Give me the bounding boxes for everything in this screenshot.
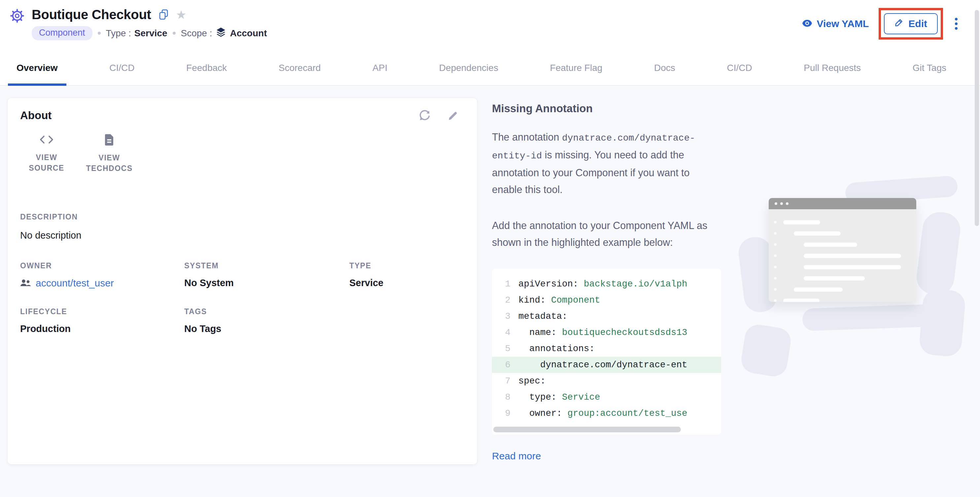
tab-feedback[interactable]: Feedback [178,63,235,85]
about-title: About [20,109,51,122]
annotation-paragraph: The annotation dynatrace.com/dynatrace-e… [492,129,721,198]
missing-annotation-title: Missing Annotation [492,102,721,115]
code-line: 1apiVersion: backstage.io/v1alph [492,276,721,292]
edit-about-pencil-icon[interactable] [447,110,459,121]
tab-pull-requests[interactable]: Pull Requests [795,63,869,85]
docs-file-icon [104,133,114,147]
tab-docs[interactable]: Docs [646,63,684,85]
code-line: 9 owner: group:account/test_use [492,405,721,421]
edit-button-highlight: Edit [879,8,943,40]
tab-cicd[interactable]: CI/CD [101,63,143,85]
code-line: 3metadata: [492,308,721,324]
code-horizontal-scrollbar[interactable] [493,427,681,432]
tab-overview[interactable]: Overview [8,63,66,85]
code-line: 4 name: boutiquecheckoutsdsds13 [492,324,721,341]
account-layers-icon [216,27,226,40]
tab-api[interactable]: API [364,63,396,85]
tab-scorecard[interactable]: Scorecard [270,63,329,85]
tags-field: TAGS No Tags [184,307,349,334]
type-meta: Type : Service [106,28,167,39]
edit-button-label: Edit [908,18,927,29]
view-techdocs-label: VIEW TECHDOCS [83,152,136,173]
copy-icon[interactable] [159,9,169,20]
title-and-subtitle: Boutique Checkout ★ Component Type : Ser… [32,7,267,40]
kind-badge: Component [32,26,92,40]
component-gear-icon [10,9,24,24]
edit-button[interactable]: Edit [884,13,938,34]
type-field: TYPE Service [349,261,459,289]
code-line: 7spec: [492,373,721,389]
yaml-code-block: 1apiVersion: backstage.io/v1alph 2kind: … [492,268,721,435]
illustration-window [769,198,916,302]
entity-title-block: Boutique Checkout ★ Component Type : Ser… [10,7,267,40]
tab-dependencies[interactable]: Dependencies [431,63,507,85]
lifecycle-field: LIFECYCLE Production [20,307,184,334]
view-source-label: VIEW SOURCE [20,152,73,173]
group-people-icon [20,278,31,289]
star-icon[interactable]: ★ [176,9,186,21]
missing-annotation-panel: Missing Annotation The annotation dynatr… [492,102,721,462]
system-field: SYSTEM No System [184,261,349,289]
code-brackets-icon [39,133,54,147]
code-line-highlighted: 6 dynatrace.com/dynatrace-ent [492,357,721,373]
refresh-icon[interactable] [418,109,431,122]
view-source-button[interactable]: VIEW SOURCE [20,133,73,173]
header-actions: View YAML Edit [802,8,959,40]
tab-cicd-2[interactable]: CI/CD [718,63,760,85]
view-yaml-link[interactable]: View YAML [802,18,869,29]
description-label: DESCRIPTION [20,213,459,221]
about-card: About [7,98,477,465]
page-header: Boutique Checkout ★ Component Type : Ser… [0,0,980,45]
separator-dot [173,32,176,35]
eye-icon [802,18,812,29]
overview-content: About [0,86,980,486]
kebab-menu-icon[interactable] [953,16,959,32]
illustration-titlebar [769,198,916,209]
entity-tabbar: Overview CI/CD Feedback Scorecard API De… [0,45,980,86]
page-scrollbar-thumb[interactable] [975,10,979,226]
owner-link[interactable]: account/test_user [20,278,184,289]
view-techdocs-button[interactable]: VIEW TECHDOCS [83,133,136,173]
read-more-link[interactable]: Read more [492,451,541,462]
code-line: 8 type: Service [492,389,721,405]
separator-dot [98,32,101,35]
tab-git-tags[interactable]: Git Tags [904,63,955,85]
page-title: Boutique Checkout [32,7,151,22]
annotation-instruction: Add the annotation to your Component YAM… [492,217,721,251]
entity-subtitle: Component Type : Service Scope : [32,26,267,40]
owner-field: OWNER account/test_user [20,261,184,289]
code-line: 2kind: Component [492,292,721,308]
description-value: No description [20,230,459,241]
owner-link-label: account/test_user [36,278,114,289]
code-window-illustration [726,129,977,360]
tab-feature-flag[interactable]: Feature Flag [541,63,611,85]
view-yaml-label: View YAML [816,18,869,29]
scope-meta: Scope : Account [181,27,267,40]
code-line: 5 annotations: [492,341,721,357]
pencil-icon [894,18,904,29]
